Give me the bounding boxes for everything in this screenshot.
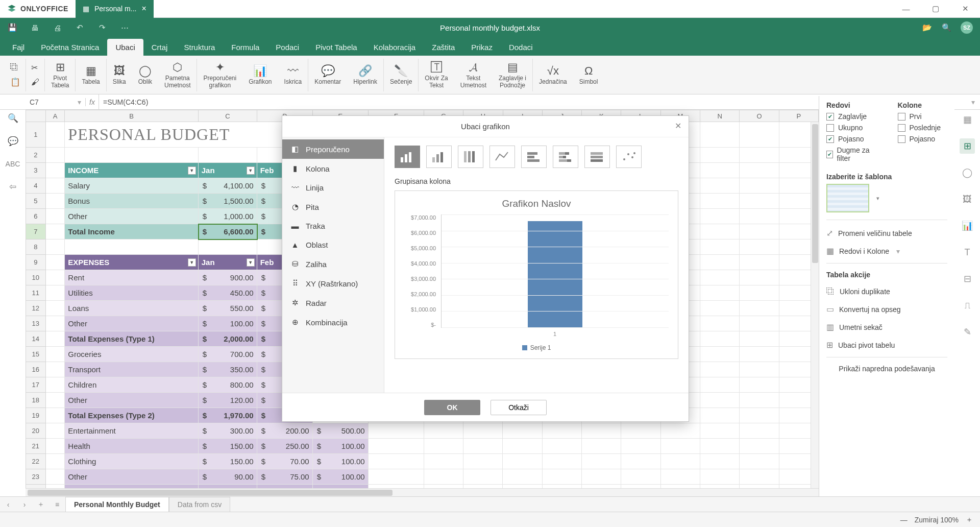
advanced-settings-link[interactable]: Prikaži napredna podešavanja <box>839 365 935 373</box>
expense-val-jan[interactable]: $2,000.00 <box>199 331 257 347</box>
expense-label[interactable]: Other <box>65 469 198 485</box>
cell[interactable] <box>46 423 65 439</box>
cell[interactable] <box>661 423 700 439</box>
copy-icon[interactable]: ⿻ <box>10 63 20 72</box>
cell[interactable] <box>740 255 779 270</box>
tab-add[interactable]: ＋ <box>33 500 49 509</box>
ribbon-secenje[interactable]: 🔪Sečenje <box>384 59 419 91</box>
expense-label[interactable]: Loans <box>65 301 198 316</box>
dialog-title-bar[interactable]: Ubaci grafikon ✕ <box>282 116 689 137</box>
cell[interactable] <box>661 469 700 485</box>
expense-val-jan[interactable]: $700.00 <box>199 347 257 362</box>
cell[interactable] <box>621 469 660 485</box>
vertical-scrollbar[interactable] <box>811 122 819 488</box>
zoom-out-icon[interactable]: — <box>900 516 908 524</box>
sheet-tab-active[interactable]: Personal Monthly Budget <box>65 497 169 512</box>
cell[interactable] <box>740 209 779 224</box>
cell[interactable] <box>700 331 740 347</box>
cell[interactable] <box>543 454 582 469</box>
chart-type-scatter[interactable] <box>616 146 642 168</box>
chk-pojasno2[interactable]: Pojasno <box>898 135 948 143</box>
chart-type-clustered-bar[interactable] <box>395 146 420 168</box>
table-settings-icon[interactable]: ⊞ <box>960 138 975 154</box>
cell[interactable] <box>424 439 463 454</box>
cell[interactable] <box>621 423 660 439</box>
expense-val-jan[interactable]: $550.00 <box>199 301 257 316</box>
cell[interactable] <box>424 469 463 485</box>
cell[interactable] <box>46 331 65 347</box>
expenses-header[interactable]: EXPENSES▼ <box>65 255 198 270</box>
cell[interactable] <box>700 163 740 178</box>
menu-tab-prikaz[interactable]: Prikaz <box>463 39 501 56</box>
cell[interactable] <box>700 469 740 485</box>
menu-tab-kolaboracija[interactable]: Kolaboracija <box>365 39 424 56</box>
budget-title[interactable]: PERSONAL BUDGET <box>65 122 312 148</box>
expense-label[interactable]: Other <box>65 316 198 331</box>
cell[interactable] <box>46 255 65 270</box>
cell[interactable] <box>424 454 463 469</box>
cell[interactable] <box>700 316 740 331</box>
cell[interactable] <box>740 439 779 454</box>
cell[interactable] <box>700 347 740 362</box>
ribbon-slika[interactable]: 🖼Slika <box>107 59 132 91</box>
ribbon-tabela[interactable]: ▦Tabela <box>76 59 106 91</box>
maximize-button[interactable]: ▢ <box>921 0 950 18</box>
expense-val-jan[interactable]: $90.00 <box>199 469 257 485</box>
cell[interactable] <box>46 285 65 301</box>
tab-prev[interactable]: ‹ <box>0 500 16 509</box>
cell[interactable] <box>46 377 65 393</box>
expense-val-jan[interactable]: $350.00 <box>199 362 257 377</box>
cell[interactable] <box>46 301 65 316</box>
cell[interactable] <box>503 439 542 454</box>
expense-label[interactable]: Utilities <box>65 285 198 301</box>
cell[interactable] <box>46 408 65 423</box>
menu-tab-pivot-tabela[interactable]: Pivot Tabela <box>307 39 365 56</box>
redo-icon[interactable]: ↷ <box>97 22 107 33</box>
expense-label[interactable]: Children <box>65 377 198 393</box>
chart-cat-preporu-eno[interactable]: ◧Preporučeno <box>282 139 384 159</box>
filter-dropdown-icon[interactable]: ▼ <box>247 258 255 267</box>
search-icon[interactable]: 🔍 <box>941 22 951 33</box>
ribbon-tekstum[interactable]: 𝓐TekstUmetnost <box>454 59 493 91</box>
cell[interactable] <box>700 194 740 209</box>
cell[interactable] <box>46 454 65 469</box>
row-header-5[interactable]: 5 <box>26 194 46 209</box>
cell[interactable] <box>46 469 65 485</box>
shape-settings-icon[interactable]: ◯ <box>960 165 975 180</box>
menu-tab-dodaci[interactable]: Dodaci <box>501 39 541 56</box>
expense-val-jan[interactable]: $150.00 <box>199 439 257 454</box>
ribbon-preporuceni[interactable]: ✦Preporučenigrafikon <box>197 59 242 91</box>
income-val-jan[interactable]: $1,500.00 <box>199 194 257 209</box>
zoom-in-icon[interactable]: ＋ <box>966 515 973 524</box>
template-picker[interactable] <box>826 184 869 212</box>
cell[interactable] <box>700 393 740 408</box>
text-settings-icon[interactable]: T <box>960 245 975 260</box>
cell[interactable] <box>700 362 740 377</box>
cell[interactable] <box>46 347 65 362</box>
menu-tab-zaštita[interactable]: Zaštita <box>424 39 463 56</box>
row-header-14[interactable]: 14 <box>26 331 46 347</box>
sheet-tab-other[interactable]: Data from csv <box>169 497 230 512</box>
row-header-19[interactable]: 19 <box>26 408 46 423</box>
row-header-23[interactable]: 23 <box>26 469 46 485</box>
expense-val-jan[interactable]: $450.00 <box>199 285 257 301</box>
expense-label[interactable]: Health <box>65 439 198 454</box>
horizontal-scrollbar[interactable] <box>26 488 819 496</box>
cell[interactable] <box>46 316 65 331</box>
row-header-2[interactable]: 2 <box>26 148 46 163</box>
expense-val-jan[interactable]: $1,970.00 <box>199 408 257 423</box>
feedback-icon[interactable]: ⇦ <box>9 181 16 192</box>
expense-val-extra[interactable]: $500.00 <box>313 423 369 439</box>
ribbon-hiperlink[interactable]: 🔗Hiperlink <box>347 59 384 91</box>
signature-icon[interactable]: ✎ <box>960 324 975 340</box>
image-settings-icon[interactable]: 🖼 <box>960 191 975 207</box>
document-tab[interactable]: ▦ Personal m... × <box>76 0 154 18</box>
expense-val-jan[interactable]: $300.00 <box>199 423 257 439</box>
menu-tab-podaci[interactable]: Podaci <box>267 39 307 56</box>
cell[interactable] <box>740 239 779 255</box>
dialog-close-icon[interactable]: ✕ <box>675 121 681 131</box>
row-header-8[interactable]: 8 <box>26 239 46 255</box>
cell[interactable] <box>740 122 779 148</box>
minimize-button[interactable]: — <box>891 0 921 18</box>
cell[interactable] <box>543 439 582 454</box>
